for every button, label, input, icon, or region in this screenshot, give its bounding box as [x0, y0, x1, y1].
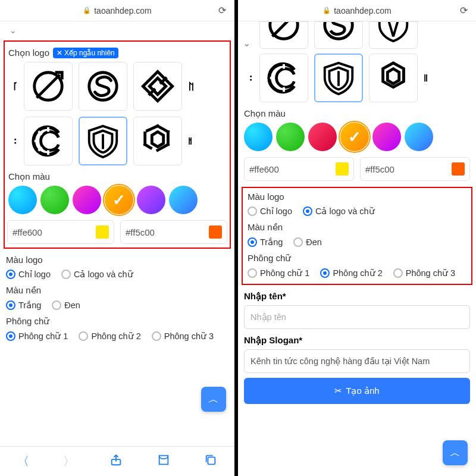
logo-option-edge-left[interactable]	[7, 117, 18, 165]
logo-option[interactable]	[369, 21, 418, 49]
logo-option[interactable]	[259, 21, 308, 49]
color-section-title: Chọn màu	[8, 171, 226, 182]
color-swatch-orange-selected[interactable]: ✓	[340, 123, 369, 151]
radio-font-1[interactable]: Phông chữ 1	[248, 268, 309, 278]
logo-option-edge-left[interactable]	[7, 62, 18, 111]
logo-color-group-title: Màu logo	[248, 192, 466, 202]
color-swatch-green[interactable]	[40, 186, 69, 214]
hex-input-1[interactable]: #ffe600	[244, 157, 354, 181]
radio-logo-and-text[interactable]: Cả logo và chữ	[303, 206, 375, 216]
svg-rect-16	[208, 457, 215, 464]
radio-font-1[interactable]: Phông chữ 1	[6, 331, 68, 341]
logo-option-edge-left[interactable]	[243, 54, 253, 102]
svg-point-7	[14, 139, 16, 140]
name-placeholder: Nhập tên	[250, 312, 286, 322]
radio-logo-only[interactable]: Chỉ logo	[6, 270, 51, 279]
color-swatch-purple[interactable]	[137, 186, 165, 214]
svg-point-23	[250, 79, 252, 81]
highlight-box-options: Màu logo Chỉ logo Cả logo và chữ Màu nền…	[242, 187, 472, 285]
create-image-button[interactable]: ✂ Tạo ảnh	[244, 378, 470, 404]
forward-icon[interactable]: 〉	[63, 453, 75, 469]
logo-option[interactable]	[24, 62, 73, 111]
hex-input-2[interactable]: #ff5c00	[120, 220, 227, 244]
scissors-icon: ✂	[334, 386, 342, 396]
svg-point-8	[14, 142, 16, 144]
font-group-title: Phông chữ	[248, 253, 466, 264]
slogan-label: Nhập Slogan*	[244, 335, 470, 346]
check-icon: ✓	[112, 191, 126, 209]
radio-bg-black[interactable]: Đen	[52, 300, 80, 310]
radio-logo-only[interactable]: Chỉ logo	[248, 206, 292, 216]
logo-option[interactable]	[79, 62, 127, 111]
scroll-top-button[interactable]: ︿	[443, 440, 468, 465]
radio-font-2[interactable]: Phông chữ 2	[320, 268, 382, 278]
color-swatch-green[interactable]	[276, 123, 305, 151]
hex-chip-2	[452, 162, 465, 176]
browser-address-bar: 🔒 taoanhdep.com ⟳	[238, 0, 476, 21]
name-label: Nhập tên*	[244, 291, 470, 302]
share-icon[interactable]	[109, 453, 123, 469]
logo-option[interactable]	[24, 117, 73, 165]
refresh-icon[interactable]: ⟳	[218, 5, 226, 16]
slogan-value: Kênh tin tức công nghệ hàng đầu tại Việt…	[250, 356, 430, 366]
hex-value-1: #ffe600	[12, 227, 42, 237]
color-swatch-pink[interactable]	[372, 123, 401, 151]
logo-option[interactable]	[369, 54, 418, 102]
color-swatch-blue[interactable]	[405, 123, 433, 151]
radio-bg-white[interactable]: Trắng	[248, 237, 283, 247]
logo-option-edge-right[interactable]	[188, 62, 199, 111]
radio-font-3[interactable]: Phông chữ 3	[393, 268, 455, 278]
svg-line-18	[273, 21, 296, 36]
hex-input-1[interactable]: #ffe600	[7, 220, 114, 244]
tabs-icon[interactable]	[204, 453, 217, 469]
color-swatch-orange-selected[interactable]: ✓	[105, 186, 133, 214]
logo-option[interactable]	[133, 62, 182, 111]
logo-option-selected[interactable]	[79, 117, 127, 165]
name-input[interactable]: Nhập tên	[244, 305, 470, 329]
hex-input-2[interactable]: #ff5c00	[360, 157, 470, 181]
shuffle-button[interactable]: ✕ Xếp ngẫu nhiên	[53, 48, 118, 58]
logo-option[interactable]	[259, 54, 308, 102]
radio-font-3[interactable]: Phông chữ 3	[152, 331, 214, 341]
refresh-icon[interactable]: ⟳	[460, 5, 468, 16]
svg-line-13	[39, 148, 42, 151]
radio-logo-and-text[interactable]: Cả logo và chữ	[61, 270, 133, 279]
scroll-top-button[interactable]: ︿	[201, 387, 226, 412]
radio-bg-white[interactable]: Trắng	[6, 300, 41, 310]
safari-toolbar: 〈 〉	[0, 446, 234, 476]
expand-toggle[interactable]: ⌄	[4, 21, 231, 39]
font-group-title: Phông chữ	[6, 316, 228, 327]
logo-option[interactable]	[314, 21, 363, 49]
bookmarks-icon[interactable]	[157, 453, 170, 469]
logo-option[interactable]	[133, 117, 182, 165]
highlight-box-logo-color: Chọn logo ✕ Xếp ngẫu nhiên	[4, 40, 231, 249]
radio-bg-black[interactable]: Đen	[293, 237, 322, 247]
color-swatch-cyan[interactable]	[244, 123, 273, 151]
svg-rect-3	[143, 71, 172, 101]
hex-value-2: #ff5c00	[126, 227, 155, 237]
browser-domain: taoanhdep.com	[94, 6, 152, 15]
hex-chip-2	[209, 226, 222, 239]
color-swatch-crimson[interactable]	[308, 123, 337, 151]
color-swatch-blue[interactable]	[169, 186, 198, 214]
slogan-input[interactable]: Kênh tin tức công nghệ hàng đầu tại Việt…	[244, 349, 470, 373]
logo-option-selected[interactable]	[314, 54, 363, 102]
svg-line-20	[387, 21, 393, 36]
logo-option-edge-right[interactable]	[424, 54, 434, 102]
chevron-up-icon: ︿	[208, 392, 219, 406]
hex-value-2: #ff5c00	[365, 164, 394, 174]
browser-address-bar: 🔒 taoanhdep.com ⟳	[0, 0, 234, 21]
color-swatch-cyan[interactable]	[8, 186, 37, 214]
expand-toggle[interactable]: ⌄	[243, 21, 253, 49]
hex-chip-1	[96, 226, 109, 239]
color-section-title: Chọn màu	[244, 108, 471, 119]
color-swatch-pink[interactable]	[73, 186, 101, 214]
chevron-up-icon: ︿	[450, 446, 461, 460]
back-icon[interactable]: 〈	[17, 453, 29, 469]
logo-option-edge-right[interactable]	[188, 117, 199, 165]
hex-value-1: #ffe600	[249, 164, 279, 174]
svg-line-12	[39, 131, 42, 135]
radio-font-2[interactable]: Phông chữ 2	[79, 331, 140, 341]
bg-group-title: Màu nền	[6, 285, 228, 296]
create-label: Tạo ảnh	[346, 386, 379, 396]
